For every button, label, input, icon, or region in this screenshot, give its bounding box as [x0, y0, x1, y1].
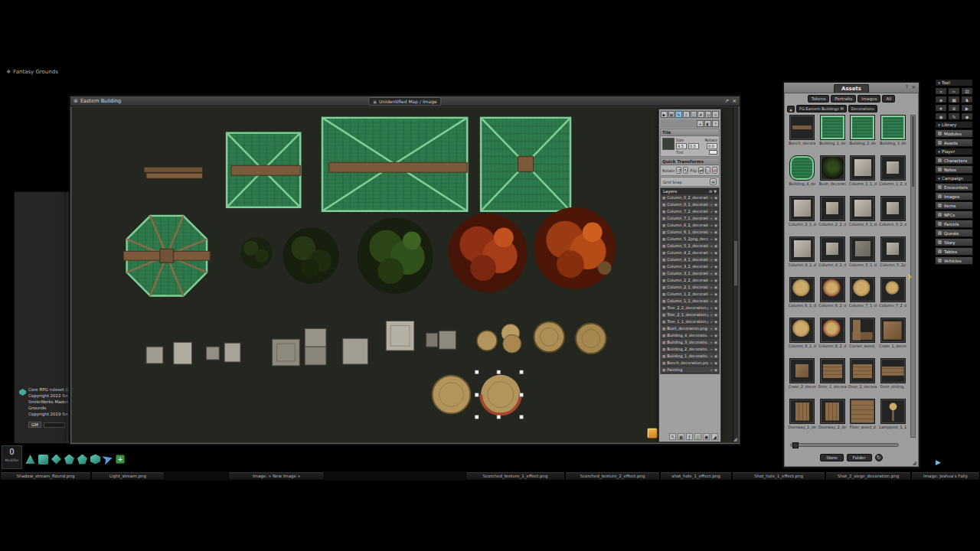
- layer-row[interactable]: ▦Column_3_1_decoratio...∞◉: [661, 270, 719, 277]
- assets-tab-portraits[interactable]: Portraits: [831, 95, 856, 103]
- sidebar-item-modules[interactable]: Modules: [935, 129, 973, 138]
- asset-item[interactable]: Column_2_2_d: [818, 196, 848, 236]
- edit-tool2-2-icon[interactable]: ?: [712, 120, 719, 127]
- taskbar-tab[interactable]: Shot_2_siege_decoration.png: [825, 471, 911, 481]
- window-resize-grip[interactable]: ◢: [733, 436, 737, 442]
- edit-tool-5-icon[interactable]: #: [697, 111, 704, 118]
- sidebar-item-tables[interactable]: Tables: [935, 247, 973, 256]
- layer-link-icon[interactable]: ∞: [710, 313, 713, 317]
- edit-tool-1-icon[interactable]: ▦: [668, 111, 675, 118]
- asset-item[interactable]: Column_6_2_d: [818, 277, 848, 318]
- asset-item[interactable]: Column_7_2_d: [879, 277, 908, 318]
- d8-die-icon[interactable]: [51, 455, 61, 465]
- layer-link-icon[interactable]: ∞: [710, 347, 713, 351]
- sidebar-item-parcels[interactable]: Parcels: [935, 220, 973, 228]
- tree-orange-object[interactable]: [534, 207, 616, 289]
- layer-row[interactable]: ▦Column_7_1_decoratio...∞◉: [661, 215, 719, 222]
- asset-item[interactable]: Bench_decora: [788, 115, 817, 155]
- status-2-icon[interactable]: ƒ: [686, 433, 693, 440]
- tool-10-icon[interactable]: ✎: [948, 112, 960, 120]
- layer-link-icon[interactable]: ∞: [710, 361, 713, 365]
- folder-up-icon[interactable]: ▲: [787, 106, 795, 112]
- tree-dark-object[interactable]: [283, 228, 338, 284]
- sidebar-item-items[interactable]: Items: [935, 201, 973, 210]
- status-5-icon[interactable]: ◢: [711, 433, 718, 440]
- asset-item[interactable]: Column_5_2p: [879, 236, 908, 277]
- sidebar-item-encounters[interactable]: Encounters: [935, 183, 973, 191]
- sidebar-header-tool[interactable]: ▼ Tool: [935, 79, 973, 86]
- asset-item[interactable]: Column_7_1_d: [848, 277, 877, 318]
- tool-5-icon[interactable]: ♞: [961, 96, 973, 103]
- status-0-icon[interactable]: ✎: [669, 433, 676, 440]
- assets-help-icon[interactable]: ?: [905, 84, 908, 90]
- map-window-tab[interactable]: ▣ Unidentified Map / Image: [368, 97, 441, 106]
- folder-button[interactable]: Folder: [847, 454, 872, 461]
- sidebar-header-campaign[interactable]: ▼Campaign: [935, 174, 973, 182]
- assets-resize-grip[interactable]: ◢: [913, 460, 916, 466]
- asset-item[interactable]: Column_8_1_d: [788, 318, 817, 358]
- d4-die-icon[interactable]: [25, 455, 35, 465]
- modifier-stack[interactable]: 0 Modifier: [2, 445, 22, 469]
- beam-object[interactable]: [144, 167, 202, 178]
- layer-link-icon[interactable]: ∞: [710, 327, 713, 331]
- edit-tool-3-icon[interactable]: ƒ: [683, 111, 690, 118]
- asset-item[interactable]: Column_4_2_d: [818, 236, 848, 277]
- tool-3-icon[interactable]: ◈: [935, 96, 947, 103]
- sidebar-header-player[interactable]: ▼Player: [935, 148, 973, 155]
- assets-tab-images[interactable]: Images: [858, 95, 880, 103]
- layer-link-icon[interactable]: ∞: [710, 251, 713, 255]
- refresh-icon[interactable]: ↻: [875, 454, 883, 461]
- layer-link-icon[interactable]: ∞: [710, 341, 713, 344]
- reset-transform-icon[interactable]: ⊘: [712, 167, 717, 174]
- layer-visibility-icon[interactable]: ◉: [714, 306, 717, 310]
- layer-visibility-icon[interactable]: ◉: [714, 313, 717, 317]
- asset-item[interactable]: Doorway_1_de: [788, 399, 817, 438]
- tool-2-icon[interactable]: ⚄: [961, 87, 973, 95]
- asset-item[interactable]: Door_2_decora: [848, 358, 877, 399]
- thumbnail-size-slider[interactable]: [790, 443, 899, 447]
- layer-visibility-icon[interactable]: ◉: [714, 368, 717, 372]
- canvas-vertical-scrollbar[interactable]: [733, 107, 738, 442]
- tree-red-object[interactable]: [448, 214, 527, 292]
- layer-visibility-icon[interactable]: ◉: [714, 299, 717, 303]
- asset-item[interactable]: Column_6_1_d: [788, 277, 817, 318]
- assets-close-icon[interactable]: ×: [911, 84, 916, 90]
- d20-die-icon[interactable]: [90, 455, 100, 465]
- layer-visibility-icon[interactable]: ◉: [714, 279, 717, 282]
- layer-row[interactable]: ▦Column_4_1_decoratio...∞◉: [661, 256, 719, 263]
- d6-die-icon[interactable]: [38, 455, 48, 465]
- asset-item[interactable]: Crate_2_decor: [788, 358, 817, 399]
- size-width-input[interactable]: [676, 143, 687, 149]
- layer-visibility-icon[interactable]: ◉: [714, 251, 717, 255]
- layer-visibility-icon[interactable]: ◉: [714, 327, 717, 331]
- layer-row[interactable]: ▦Column_4_2_decoratio...∞◉: [661, 249, 719, 256]
- layer-row[interactable]: ▦Bench_decoration.png∞◉: [661, 360, 719, 367]
- layer-link-icon[interactable]: ∞: [710, 196, 713, 200]
- edit-tool2-1-icon[interactable]: ◧: [704, 120, 711, 127]
- barrels-row[interactable]: [477, 321, 606, 354]
- layer-row[interactable]: ▦Building_4_decoratio...∞◉: [661, 332, 719, 339]
- token-bag-button[interactable]: [647, 428, 658, 439]
- rotate-cw-icon[interactable]: ↻: [683, 167, 688, 174]
- roof-building-2[interactable]: [322, 118, 467, 211]
- flip-vertical-icon[interactable]: ▷: [705, 167, 710, 174]
- asset-item[interactable]: Lamppost_1_1: [879, 399, 908, 438]
- sidebar-item-npcs[interactable]: NPCs: [935, 210, 973, 219]
- edit-tool-7-icon[interactable]: ⊙: [712, 111, 719, 118]
- layer-row[interactable]: ▦Tree_2_1_decoration.png∞◉: [661, 311, 719, 318]
- layer-link-icon[interactable]: ∞: [710, 320, 713, 324]
- d12-die-icon[interactable]: [77, 455, 87, 465]
- layer-visibility-icon[interactable]: ◉: [714, 285, 717, 289]
- edit-tool-6-icon[interactable]: ◎: [705, 111, 712, 118]
- roof-building-1[interactable]: [227, 133, 300, 207]
- layer-link-icon[interactable]: ∞: [710, 237, 713, 241]
- layer-row[interactable]: ▦Bush_decoration.png∞◉: [661, 325, 719, 332]
- asset-item[interactable]: Floor_wood_d: [848, 399, 877, 438]
- map-canvas-area[interactable]: ▶▦✎ƒ◫#◎⊙ +◧? Tile Size Rotate: [72, 107, 738, 442]
- layer-visibility-icon[interactable]: ◉: [714, 265, 717, 269]
- asset-item[interactable]: Door_sliding_: [879, 358, 908, 399]
- layer-row[interactable]: ▦Painting∞◉: [661, 367, 719, 373]
- sidebar-item-assets[interactable]: Assets: [935, 139, 973, 147]
- sidebar-item-vehicles[interactable]: Vehicles: [935, 256, 973, 265]
- layer-visibility-icon[interactable]: ◉: [714, 272, 717, 276]
